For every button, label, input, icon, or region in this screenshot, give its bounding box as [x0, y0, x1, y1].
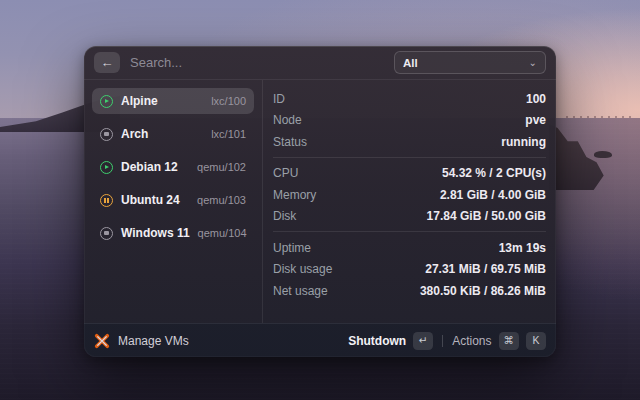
actions-menu-button[interactable]: Actions [452, 334, 491, 348]
detail-row-cpu: CPU 54.32 % / 2 CPU(s) [273, 163, 546, 185]
wallpaper-small-rock [594, 151, 612, 158]
detail-label: Disk usage [273, 262, 332, 276]
vm-row-debian[interactable]: Debian 12 qemu/102 [92, 154, 254, 180]
detail-row-id: ID 100 [273, 88, 546, 110]
vm-name: Debian 12 [121, 160, 178, 174]
detail-label: CPU [273, 166, 298, 180]
status-stopped-icon [100, 227, 113, 240]
detail-row-disk: Disk 17.84 GiB / 50.00 GiB [273, 206, 546, 228]
vm-details-panel: ID 100 Node pve Status running CPU 54.32… [262, 80, 556, 323]
content-area: Alpine lxc/100 Arch lxc/101 Debian 12 qe… [84, 80, 556, 323]
detail-row-status: Status running [273, 131, 546, 153]
detail-label: ID [273, 92, 285, 106]
footer-actions: Shutdown ↵ Actions ⌘ K [348, 332, 546, 350]
detail-label: Disk [273, 209, 296, 223]
vm-id: lxc/101 [211, 128, 246, 140]
search-header: ← All ⌄ [84, 46, 556, 80]
vm-row-ubuntu[interactable]: Ubuntu 24 qemu/103 [92, 187, 254, 213]
vm-row-windows[interactable]: Windows 11 qemu/104 [92, 220, 254, 246]
vm-id: qemu/103 [197, 194, 246, 206]
detail-label: Net usage [273, 284, 328, 298]
detail-row-node: Node pve [273, 110, 546, 132]
detail-label: Node [273, 113, 302, 127]
status-paused-icon [100, 194, 113, 207]
proxmox-logo-icon [94, 333, 110, 349]
enter-key-icon[interactable]: ↵ [413, 332, 433, 350]
vm-name: Arch [121, 127, 148, 141]
search-input[interactable] [130, 55, 384, 70]
vm-name: Alpine [121, 94, 158, 108]
shutdown-button[interactable]: Shutdown [348, 334, 406, 348]
detail-label: Memory [273, 188, 316, 202]
detail-value: 2.81 GiB / 4.00 GiB [440, 188, 546, 202]
detail-row-net-usage: Net usage 380.50 KiB / 86.26 MiB [273, 280, 546, 302]
vm-name: Windows 11 [121, 226, 190, 240]
vm-row-arch[interactable]: Arch lxc/101 [92, 121, 254, 147]
status-running-icon [100, 161, 113, 174]
cmd-key-icon[interactable]: ⌘ [499, 332, 520, 350]
detail-value: 380.50 KiB / 86.26 MiB [420, 284, 546, 298]
status-running-icon [100, 95, 113, 108]
filter-selected-value: All [403, 57, 418, 69]
detail-value: running [501, 135, 546, 149]
section-divider [273, 157, 546, 158]
detail-value: pve [525, 113, 546, 127]
vm-id: lxc/100 [211, 95, 246, 107]
filter-dropdown[interactable]: All ⌄ [394, 51, 546, 74]
detail-row-uptime: Uptime 13m 19s [273, 237, 546, 259]
detail-row-memory: Memory 2.81 GiB / 4.00 GiB [273, 184, 546, 206]
back-button[interactable]: ← [94, 52, 120, 73]
chevron-down-icon: ⌄ [529, 58, 537, 68]
detail-value: 100 [526, 92, 546, 106]
detail-value: 13m 19s [499, 241, 546, 255]
section-divider [273, 231, 546, 232]
detail-value: 27.31 MiB / 69.75 MiB [425, 262, 546, 276]
k-key-icon[interactable]: K [526, 332, 546, 350]
footer-divider [442, 335, 443, 347]
action-bar: Manage VMs Shutdown ↵ Actions ⌘ K [84, 323, 556, 357]
vm-list: Alpine lxc/100 Arch lxc/101 Debian 12 qe… [84, 80, 262, 323]
wallpaper-horizon-boats [566, 116, 634, 118]
detail-label: Uptime [273, 241, 311, 255]
detail-value: 17.84 GiB / 50.00 GiB [427, 209, 546, 223]
detail-value: 54.32 % / 2 CPU(s) [442, 166, 546, 180]
status-stopped-icon [100, 128, 113, 141]
vm-row-alpine[interactable]: Alpine lxc/100 [92, 88, 254, 114]
vm-id: qemu/104 [198, 227, 247, 239]
manage-vms-label[interactable]: Manage VMs [118, 334, 189, 348]
vm-launcher-window: ← All ⌄ Alpine lxc/100 Arch lxc/101 Debi… [84, 46, 556, 357]
arrow-left-icon: ← [101, 56, 114, 69]
vm-name: Ubuntu 24 [121, 193, 180, 207]
detail-row-disk-usage: Disk usage 27.31 MiB / 69.75 MiB [273, 259, 546, 281]
vm-id: qemu/102 [197, 161, 246, 173]
detail-label: Status [273, 135, 307, 149]
